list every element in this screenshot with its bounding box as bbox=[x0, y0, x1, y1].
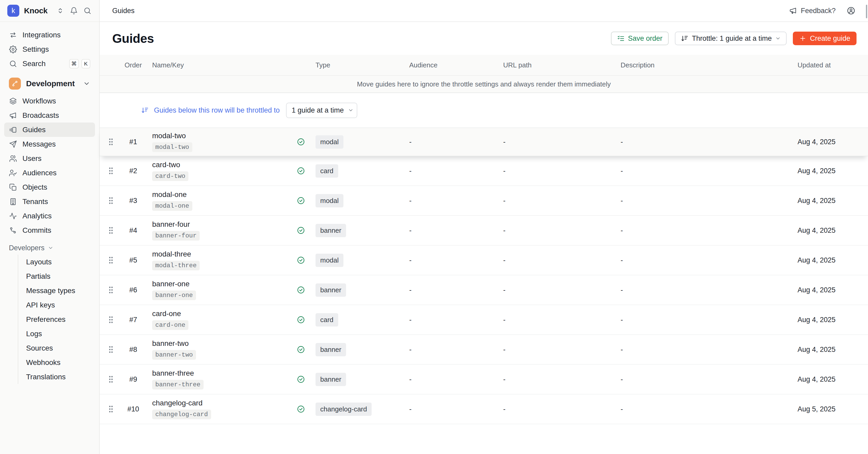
create-guide-button[interactable]: Create guide bbox=[793, 32, 857, 45]
guide-name[interactable]: modal-two bbox=[152, 132, 186, 140]
status-check-icon bbox=[297, 405, 305, 413]
drag-handle-icon[interactable] bbox=[108, 375, 114, 383]
guide-table-row[interactable]: #8 banner-two banner-two banner - - - Au… bbox=[100, 335, 868, 365]
guide-table-row[interactable]: #3 modal-one modal-one modal - - - Aug 4… bbox=[100, 186, 868, 216]
guide-name[interactable]: card-one bbox=[152, 310, 181, 318]
guide-description: - bbox=[614, 375, 790, 384]
sidebar-item-tenants[interactable]: Tenants bbox=[4, 194, 95, 209]
drag-handle-icon[interactable] bbox=[108, 316, 114, 324]
guide-table-row[interactable]: #2 card-two card-two card - - - Aug 4, 2… bbox=[100, 156, 868, 186]
guide-table-row[interactable]: #7 card-one card-one card - - - Aug 4, 2… bbox=[100, 305, 868, 335]
guide-table-row[interactable]: #5 modal-three modal-three modal - - - A… bbox=[100, 246, 868, 275]
topbar: Guides Feedback? bbox=[100, 0, 868, 22]
workspace-name: Knock bbox=[24, 6, 52, 15]
sidebar-sub-item-sources[interactable]: Sources bbox=[18, 341, 95, 355]
guide-url-path: - bbox=[497, 197, 614, 205]
sidebar-sub-item-api-keys[interactable]: API keys bbox=[18, 298, 95, 312]
guide-url-path: - bbox=[497, 286, 614, 294]
audiences-icon bbox=[9, 169, 17, 177]
main-content: Guides Feedback? Guides Save order Throt… bbox=[100, 0, 868, 454]
guide-name[interactable]: banner-two bbox=[152, 339, 189, 348]
guide-table-row[interactable]: #1 modal-two modal-two modal - - - Aug 4… bbox=[100, 128, 868, 156]
guide-updated-at: Aug 5, 2025 bbox=[790, 405, 868, 413]
sidebar-item-commits[interactable]: Commits bbox=[4, 223, 95, 237]
sort-descending-icon bbox=[681, 34, 688, 42]
sidebar-item-audiences[interactable]: Audiences bbox=[4, 166, 95, 180]
drag-handle-icon[interactable] bbox=[108, 346, 114, 353]
environment-switcher[interactable]: Development bbox=[4, 76, 95, 91]
sidebar-item-integrations[interactable]: Integrations bbox=[4, 28, 95, 42]
sidebar-item-broadcasts[interactable]: Broadcasts bbox=[4, 108, 95, 122]
drag-handle-icon[interactable] bbox=[108, 286, 114, 294]
guide-audience: - bbox=[403, 167, 497, 175]
sidebar-item-workflows[interactable]: Workflows bbox=[4, 94, 95, 108]
guide-name[interactable]: banner-four bbox=[152, 220, 190, 229]
sidebar-item-analytics[interactable]: Analytics bbox=[4, 209, 95, 223]
drag-handle-icon[interactable] bbox=[108, 167, 114, 175]
user-avatar-icon[interactable] bbox=[846, 6, 856, 15]
guide-audience: - bbox=[403, 197, 497, 205]
guide-name[interactable]: card-two bbox=[152, 161, 180, 169]
guide-description: - bbox=[614, 346, 790, 354]
chevron-down-icon bbox=[83, 80, 90, 87]
search-icon[interactable] bbox=[84, 7, 91, 15]
sidebar-sub-item-preferences[interactable]: Preferences bbox=[18, 312, 95, 327]
sidebar-item-search[interactable]: Search ⌘ K bbox=[4, 56, 95, 71]
sidebar-sub-item-translations[interactable]: Translations bbox=[18, 370, 95, 384]
throttle-dropdown-button[interactable]: Throttle: 1 guide at a time bbox=[675, 32, 786, 45]
throttle-value-dropdown[interactable]: 1 guide at a time bbox=[286, 103, 358, 118]
guide-name[interactable]: modal-one bbox=[152, 191, 187, 199]
sidebar-sub-item-webhooks[interactable]: Webhooks bbox=[18, 355, 95, 370]
guide-type-badge: modal bbox=[315, 194, 343, 207]
sidebar-item-objects[interactable]: Objects bbox=[4, 180, 95, 194]
guide-description: - bbox=[614, 197, 790, 205]
developers-sub-list: LayoutsPartialsMessage typesAPI keysPref… bbox=[18, 255, 95, 384]
sidebar-item-guides[interactable]: Guides bbox=[4, 122, 95, 137]
broadcasts-icon bbox=[9, 111, 17, 120]
drag-handle-icon[interactable] bbox=[108, 197, 114, 204]
sidebar-nav-item-label: Audiences bbox=[23, 169, 57, 177]
guide-updated-at: Aug 4, 2025 bbox=[790, 256, 868, 264]
guide-order: #4 bbox=[122, 226, 144, 234]
drag-handle-icon[interactable] bbox=[108, 138, 114, 146]
sidebar-nav-item-label: Objects bbox=[23, 183, 47, 192]
feedback-button[interactable]: Feedback? bbox=[789, 7, 836, 15]
sidebar-sub-item-layouts[interactable]: Layouts bbox=[18, 255, 95, 269]
guide-name[interactable]: changelog-card bbox=[152, 399, 203, 407]
guide-name[interactable]: banner-one bbox=[152, 280, 189, 288]
guide-description: - bbox=[614, 405, 790, 413]
save-order-button[interactable]: Save order bbox=[611, 32, 669, 45]
sidebar-item-messages[interactable]: Messages bbox=[4, 137, 95, 151]
guide-key: modal-one bbox=[152, 201, 192, 211]
sidebar-item-settings[interactable]: Settings bbox=[4, 42, 95, 56]
guides-table-body: #1 modal-two modal-two modal - - - Aug 4… bbox=[100, 128, 868, 424]
scrollbar-thumb[interactable] bbox=[866, 5, 867, 18]
drag-handle-icon[interactable] bbox=[108, 256, 114, 264]
guide-table-row[interactable]: #9 banner-three banner-three banner - - … bbox=[100, 365, 868, 394]
guide-type-badge: card bbox=[315, 313, 338, 327]
kbd-cmd: ⌘ bbox=[69, 59, 79, 68]
guide-url-path: - bbox=[497, 256, 614, 264]
guide-table-row[interactable]: #10 changelog-card changelog-card change… bbox=[100, 394, 868, 424]
developers-section-toggle[interactable]: Developers bbox=[4, 241, 95, 255]
workspace-switcher-icon[interactable] bbox=[56, 7, 64, 15]
guide-type-badge: modal bbox=[315, 254, 343, 267]
sidebar-sub-item-logs[interactable]: Logs bbox=[18, 327, 95, 341]
notifications-bell-icon[interactable] bbox=[70, 7, 78, 15]
guide-name[interactable]: modal-three bbox=[152, 250, 191, 258]
drag-handle-icon[interactable] bbox=[108, 226, 114, 234]
guide-table-row[interactable]: #4 banner-four banner-four banner - - - … bbox=[100, 216, 868, 246]
sidebar-sub-item-message-types[interactable]: Message types bbox=[18, 283, 95, 298]
guide-audience: - bbox=[403, 346, 497, 354]
guide-name[interactable]: banner-three bbox=[152, 369, 194, 377]
guide-type-badge: banner bbox=[315, 283, 346, 297]
guide-audience: - bbox=[403, 405, 497, 413]
environment-label: Development bbox=[26, 79, 78, 88]
status-check-icon bbox=[297, 226, 305, 234]
guide-table-row[interactable]: #6 banner-one banner-one banner - - - Au… bbox=[100, 275, 868, 305]
sidebar-nav-item-label: Messages bbox=[23, 140, 56, 148]
unthrottled-drop-zone[interactable]: Move guides here to ignore the throttle … bbox=[100, 76, 868, 92]
sidebar-item-users[interactable]: Users bbox=[4, 151, 95, 166]
sidebar-sub-item-partials[interactable]: Partials bbox=[18, 269, 95, 283]
drag-handle-icon[interactable] bbox=[108, 405, 114, 413]
